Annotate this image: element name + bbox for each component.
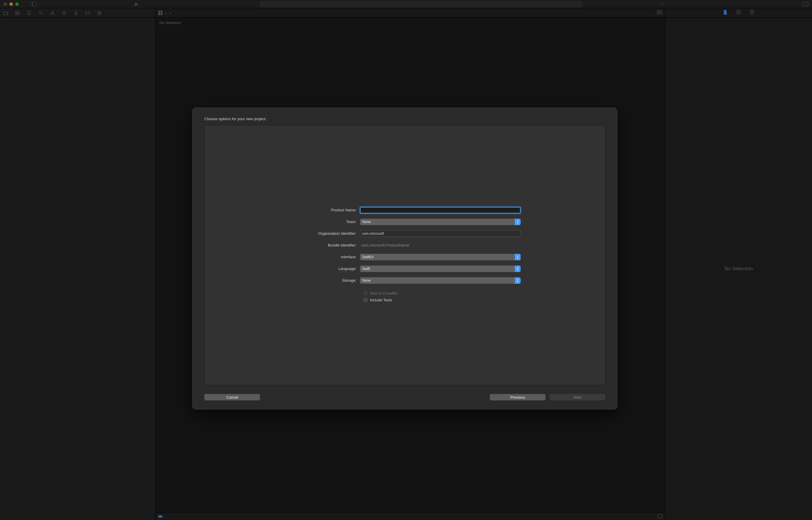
adjust-editor-icon[interactable] <box>657 515 662 518</box>
bundle-id-value: com.microsoft.ProductName <box>360 243 521 248</box>
toolbar: ‹ › <box>0 8 812 18</box>
warning-icon[interactable] <box>50 10 55 16</box>
test-icon[interactable] <box>61 10 67 16</box>
interface-select-value: SwiftUI <box>362 255 373 259</box>
cloudkit-checkbox-row: Host in CloudKit <box>364 291 593 295</box>
interface-row: Interface: SwiftUI ▲▼ <box>216 253 593 261</box>
breakpoint-icon[interactable] <box>85 10 90 16</box>
folder-icon[interactable] <box>3 10 8 16</box>
language-label: Language: <box>216 266 360 271</box>
add-target-button[interactable]: + <box>661 1 664 7</box>
dialog-buttons: Cancel Previous Next <box>204 394 605 400</box>
org-id-input[interactable] <box>360 230 521 237</box>
bookmark-icon[interactable] <box>26 10 32 16</box>
select-arrows-icon: ▲▼ <box>515 265 521 272</box>
editor-toolbar: ‹ › <box>155 8 665 17</box>
tests-checkbox-label: Include Tests <box>370 298 392 302</box>
forward-button-icon[interactable]: › <box>170 10 171 15</box>
team-label: Team: <box>216 219 360 224</box>
next-button[interactable]: Next <box>550 394 605 400</box>
navigator-toolbar <box>0 8 155 17</box>
product-name-label: Product Name: <box>216 208 360 212</box>
new-project-dialog: Choose options for your new project: Pro… <box>192 108 617 410</box>
svg-point-15 <box>752 13 752 14</box>
editor-options-icon[interactable] <box>657 10 662 16</box>
bundle-id-row: Bundle Identifier: com.microsoft.Product… <box>216 241 593 250</box>
storage-select-value: None <box>362 279 371 283</box>
org-id-row: Organization Identifier: <box>216 230 593 238</box>
main-window: ▶ + <box>0 0 812 520</box>
svg-point-1 <box>39 11 42 14</box>
org-id-label: Organization Identifier: <box>216 231 360 236</box>
titlebar: ▶ + <box>0 0 812 8</box>
team-row: Team: None ▲▼ <box>216 218 593 226</box>
product-name-input[interactable] <box>360 207 521 213</box>
file-inspector-tab-icon[interactable] <box>723 10 727 16</box>
interface-label: Interface: <box>216 255 360 259</box>
source-control-icon[interactable] <box>15 10 20 16</box>
toggle-inspector-icon[interactable] <box>803 2 809 6</box>
product-name-row: Product Name: <box>216 206 593 214</box>
storage-select[interactable]: None ▲▼ <box>360 277 521 284</box>
tests-checkbox-row: Include Tests <box>364 298 593 302</box>
storage-row: Storage: None ▲▼ <box>216 277 593 285</box>
toggle-navigator-icon[interactable] <box>30 2 36 6</box>
debug-icon[interactable] <box>73 10 79 16</box>
help-inspector-tab-icon[interactable] <box>750 10 754 16</box>
report-icon[interactable] <box>97 10 102 16</box>
previous-button[interactable]: Previous <box>490 394 546 400</box>
traffic-lights <box>3 2 19 6</box>
dialog-title: Choose options for your new project: <box>204 117 605 121</box>
inspector-no-selection-label: No Selection <box>725 266 753 272</box>
select-arrows-icon: ▲▼ <box>515 219 521 225</box>
team-select[interactable]: None ▲▼ <box>360 219 521 225</box>
history-inspector-tab-icon[interactable] <box>736 10 741 16</box>
titlebar-center: + <box>148 1 664 7</box>
tests-checkbox[interactable] <box>364 298 368 302</box>
select-arrows-icon: ▲▼ <box>515 254 521 260</box>
cloudkit-checkbox <box>364 291 368 295</box>
language-row: Language: Swift ▲▼ <box>216 265 593 273</box>
search-icon[interactable] <box>38 10 43 16</box>
inspector-panel: No Selection <box>665 18 812 520</box>
svg-line-2 <box>42 14 43 15</box>
filter-indicator-icon[interactable] <box>158 515 162 518</box>
select-arrows-icon: ▲▼ <box>515 277 521 284</box>
back-button-icon[interactable]: ‹ <box>165 10 167 15</box>
related-items-icon[interactable] <box>158 11 162 15</box>
workspace-status-bar[interactable] <box>260 1 582 7</box>
run-button-icon[interactable]: ▶ <box>135 1 138 7</box>
close-window-button[interactable] <box>3 2 7 6</box>
zoom-window-button[interactable] <box>15 2 19 6</box>
language-select[interactable]: Swift ▲▼ <box>360 265 521 272</box>
cloudkit-checkbox-label: Host in CloudKit <box>370 291 397 295</box>
cancel-button[interactable]: Cancel <box>204 394 260 400</box>
interface-select[interactable]: SwiftUI ▲▼ <box>360 254 521 260</box>
bundle-id-label: Bundle Identifier: <box>216 243 360 248</box>
language-select-value: Swift <box>362 267 370 271</box>
minimize-window-button[interactable] <box>9 2 13 6</box>
storage-label: Storage: <box>216 278 360 283</box>
navigator-panel <box>0 18 155 520</box>
editor-bottom-bar <box>155 512 665 520</box>
team-select-value: None <box>362 220 371 224</box>
dialog-content: Product Name: Team: None ▲▼ Organization… <box>204 125 605 385</box>
editor-no-selection-label: No Selection <box>155 18 665 28</box>
inspector-toolbar <box>665 8 812 17</box>
